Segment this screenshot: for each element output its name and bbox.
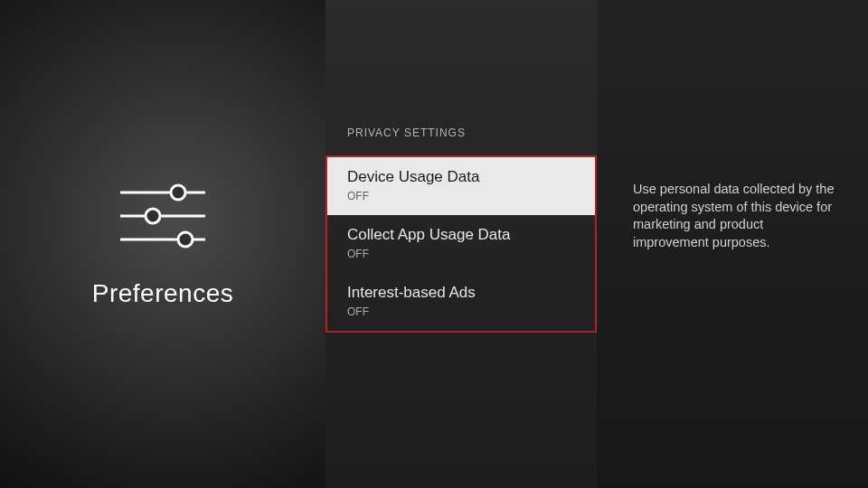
- option-description: Use personal data collected by the opera…: [633, 181, 839, 251]
- section-heading: PRIVACY SETTINGS: [326, 127, 597, 155]
- options-highlight-box: Device Usage Data OFF Collect App Usage …: [326, 155, 597, 333]
- middle-panel: PRIVACY SETTINGS Device Usage Data OFF C…: [326, 0, 597, 488]
- option-value: OFF: [347, 190, 575, 202]
- option-label: Device Usage Data: [347, 168, 575, 186]
- sliders-icon: [113, 180, 212, 252]
- option-label: Collect App Usage Data: [347, 226, 575, 244]
- option-collect-app-usage-data[interactable]: Collect App Usage Data OFF: [327, 215, 595, 273]
- left-panel: Preferences: [0, 0, 326, 488]
- right-panel: Use personal data collected by the opera…: [597, 0, 868, 488]
- svg-point-1: [171, 185, 185, 200]
- option-label: Interest-based Ads: [347, 284, 575, 302]
- option-interest-based-ads[interactable]: Interest-based Ads OFF: [327, 273, 595, 331]
- svg-point-5: [178, 232, 193, 247]
- svg-point-3: [146, 209, 160, 223]
- option-device-usage-data[interactable]: Device Usage Data OFF: [327, 157, 595, 215]
- option-value: OFF: [347, 248, 575, 260]
- option-value: OFF: [347, 305, 575, 318]
- page-title: Preferences: [92, 279, 233, 308]
